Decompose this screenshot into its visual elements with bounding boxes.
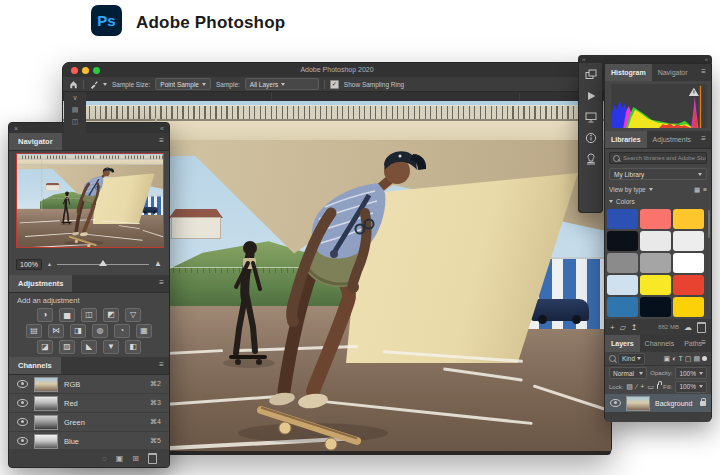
save-selection-icon[interactable]: ▣: [116, 454, 124, 463]
panel-menu-icon[interactable]: ≡: [701, 339, 706, 347]
color-swatch[interactable]: [673, 297, 704, 317]
colors-section-header[interactable]: Colors: [609, 198, 635, 205]
tab-navigator[interactable]: Navigator: [9, 133, 62, 150]
cloud-sync-icon[interactable]: ☁: [684, 323, 692, 332]
color-swatch[interactable]: [640, 231, 671, 251]
right-dock-drag-bar[interactable]: » «: [578, 55, 712, 63]
expand-dock-icon[interactable]: »: [582, 56, 585, 62]
window-titlebar[interactable]: Adobe Photoshop 2020: [63, 63, 611, 77]
filter-type-layers-icon[interactable]: T: [678, 355, 682, 362]
clone-stamp-panel-icon[interactable]: [585, 153, 597, 165]
hue-saturation-icon[interactable]: ▤: [26, 324, 42, 338]
sample-layers-dropdown[interactable]: All Layers: [245, 78, 319, 90]
curves-icon[interactable]: ◫: [81, 308, 97, 322]
layer-thumbnail[interactable]: [626, 396, 650, 411]
visibility-eye-icon[interactable]: [17, 399, 28, 407]
filter-kind-dropdown[interactable]: Kind: [618, 353, 645, 365]
sample-size-dropdown[interactable]: Point Sample: [155, 78, 211, 90]
lock-artboard-icon[interactable]: ▭: [647, 383, 654, 390]
visibility-eye-icon[interactable]: [17, 437, 28, 445]
color-swatch[interactable]: [607, 275, 638, 295]
lock-pixels-icon[interactable]: ∕: [636, 383, 637, 390]
export-panel-icon[interactable]: [585, 111, 597, 123]
tab-channels[interactable]: Channels: [9, 357, 61, 374]
color-swatch[interactable]: [673, 253, 704, 273]
close-panel-icon[interactable]: ×: [14, 125, 18, 132]
filter-shape-layers-icon[interactable]: ▢: [685, 355, 692, 362]
tab-histogram[interactable]: Histogram: [605, 64, 652, 81]
posterize-icon[interactable]: ▨: [59, 340, 75, 354]
tab-navigator-right[interactable]: Navigator: [652, 64, 694, 81]
color-swatch[interactable]: [607, 231, 638, 251]
channel-row-red[interactable]: Red ⌘3: [9, 394, 169, 413]
photo-filter-icon[interactable]: ◍: [92, 324, 108, 338]
color-swatch[interactable]: [673, 275, 704, 295]
chevron-down-icon[interactable]: [103, 83, 107, 86]
channel-row-green[interactable]: Green ⌘4: [9, 413, 169, 432]
add-library-item-icon[interactable]: +: [610, 323, 615, 332]
grid-view-icon[interactable]: ▦: [694, 186, 700, 194]
color-balance-icon[interactable]: ⋈: [48, 324, 64, 338]
panel-menu-icon[interactable]: ≡: [701, 68, 706, 76]
folder-icon[interactable]: ▱: [620, 323, 626, 332]
filter-pixel-layers-icon[interactable]: ▣: [664, 355, 671, 362]
upload-icon[interactable]: ↥: [631, 323, 638, 332]
library-search-input[interactable]: Search libraries and Adobe Stock: [609, 152, 707, 164]
chevron-down-icon[interactable]: [649, 188, 653, 191]
visibility-eye-icon[interactable]: [610, 399, 621, 407]
color-swatch[interactable]: [607, 297, 638, 317]
threshold-icon[interactable]: ◣: [81, 340, 97, 354]
panel-menu-icon[interactable]: ≡: [701, 135, 706, 143]
lock-transparency-icon[interactable]: ▨: [626, 383, 633, 390]
channel-mixer-icon[interactable]: ◔: [114, 324, 130, 338]
library-select-dropdown[interactable]: My Library: [609, 168, 707, 180]
swatch-scrollbar[interactable]: [708, 210, 710, 238]
tab-adjustments-right[interactable]: Adjustments: [647, 131, 698, 148]
fill-dropdown[interactable]: 100%: [675, 381, 707, 393]
panel-menu-icon[interactable]: ≡: [159, 361, 164, 369]
zoom-percentage-field[interactable]: 100%: [16, 259, 42, 270]
opacity-dropdown[interactable]: 100%: [675, 367, 707, 379]
levels-icon[interactable]: ▅: [59, 308, 75, 322]
zoom-in-icon[interactable]: ▲: [154, 260, 162, 268]
collapsed-tools-dock[interactable]: ∨ ▤ ◫: [64, 92, 86, 140]
invert-icon[interactable]: ◪: [37, 340, 53, 354]
view-by-label[interactable]: View by type: [609, 186, 646, 193]
gradient-map-icon[interactable]: ▼: [103, 340, 119, 354]
navigator-preview-image[interactable]: [16, 153, 164, 248]
home-icon[interactable]: [69, 80, 78, 89]
delete-library-item-icon[interactable]: [697, 322, 706, 333]
filter-adjustment-layers-icon[interactable]: ◐: [672, 355, 676, 362]
color-panel-icon[interactable]: [585, 69, 597, 81]
color-swatch[interactable]: [673, 209, 704, 229]
zoom-slider[interactable]: [57, 264, 149, 265]
info-panel-icon[interactable]: [585, 132, 597, 144]
tab-libraries[interactable]: Libraries: [605, 131, 647, 148]
tab-layers[interactable]: Layers: [605, 335, 640, 352]
tab-adjustments[interactable]: Adjustments: [9, 275, 72, 292]
filter-smart-object-icon[interactable]: ▤: [693, 355, 700, 362]
color-swatch[interactable]: [640, 275, 671, 295]
selective-color-icon[interactable]: ◧: [125, 340, 141, 354]
new-channel-icon[interactable]: ⊞: [132, 454, 139, 463]
brightness-contrast-icon[interactable]: ◑: [37, 308, 53, 322]
actions-panel-icon[interactable]: [585, 90, 597, 102]
panel-menu-icon[interactable]: ≡: [159, 279, 164, 287]
panel-menu-icon[interactable]: ≡: [159, 137, 164, 145]
background-lock-icon[interactable]: [700, 401, 706, 406]
exposure-icon[interactable]: ◩: [103, 308, 119, 322]
black-white-icon[interactable]: ◨: [70, 324, 86, 338]
color-lookup-icon[interactable]: ▦: [136, 324, 152, 338]
color-swatch[interactable]: [607, 253, 638, 273]
panel-drag-bar[interactable]: × «: [9, 123, 169, 133]
color-swatch[interactable]: [640, 253, 671, 273]
color-swatch[interactable]: [640, 297, 671, 317]
layer-row-background[interactable]: Background: [605, 394, 711, 412]
channel-row-rgb[interactable]: RGB ⌘2: [9, 375, 169, 394]
color-swatch[interactable]: [607, 209, 638, 229]
blend-mode-dropdown[interactable]: Normal: [609, 367, 647, 379]
zoom-slider-thumb[interactable]: [99, 260, 107, 266]
collapse-panel-icon[interactable]: «: [160, 125, 164, 132]
color-swatch[interactable]: [673, 231, 704, 251]
layer-filtering-toggle[interactable]: [702, 356, 707, 361]
